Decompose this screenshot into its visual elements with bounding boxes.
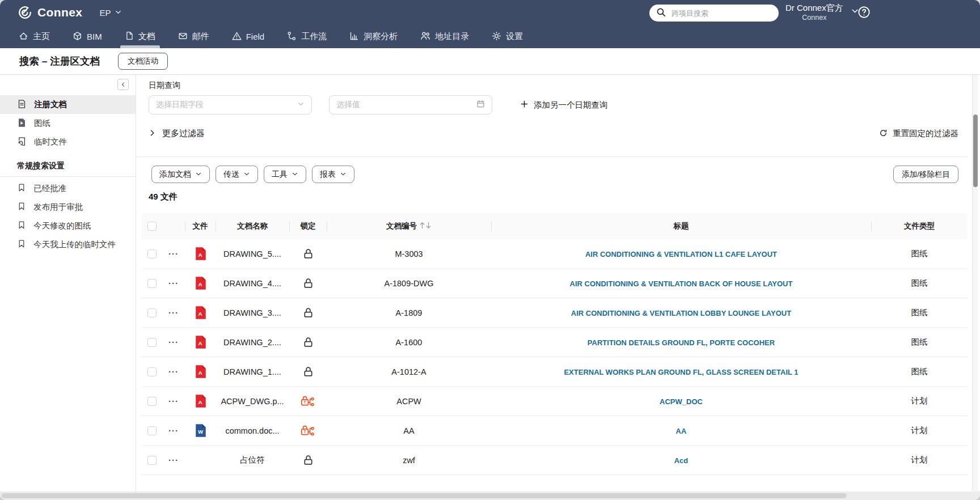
table-row[interactable]: ···ADRAWING_3....A-1809AIR CONDITIONING …	[142, 298, 968, 328]
warn-icon	[232, 31, 242, 43]
file-type: 计划	[871, 425, 968, 436]
date-field-select[interactable]: 选择日期字段	[149, 95, 312, 115]
row-menu-button[interactable]: ···	[162, 308, 185, 317]
row-menu-button[interactable]: ···	[162, 426, 185, 435]
row-checkbox[interactable]	[147, 426, 157, 435]
chevron-right-icon	[149, 129, 156, 138]
row-checkbox[interactable]	[147, 338, 157, 347]
file-type: 图纸	[871, 337, 968, 348]
add-remove-columns-button[interactable]: 添加/移除栏目	[893, 166, 958, 183]
doc-title-link[interactable]: Acd	[674, 456, 688, 465]
date-field-placeholder: 选择日期字段	[156, 100, 204, 110]
toolbar-button[interactable]: 添加文档	[151, 166, 210, 183]
file-type: 图纸	[871, 278, 968, 289]
bookmark-icon	[17, 239, 26, 250]
global-search[interactable]	[649, 5, 779, 22]
nav-item-mail[interactable]: 邮件	[178, 25, 209, 48]
col-name: 文档名称	[216, 221, 289, 231]
doc-title-link[interactable]: AIR CONDITIONING & VENTILATION L1 CAFE L…	[585, 250, 777, 259]
doc-title-link[interactable]: AIR CONDITIONING & VENTILATION LOBBY LOU…	[571, 309, 791, 317]
help-icon[interactable]	[858, 6, 871, 21]
horizontal-scrollbar-thumb[interactable]	[2, 493, 847, 498]
svg-text:W: W	[198, 429, 203, 435]
table-row[interactable]: ···ADRAWING_4....A-1809-DWGAIR CONDITION…	[142, 269, 968, 298]
date-value-placeholder: 选择值	[336, 100, 360, 110]
table-row[interactable]: ···AACPW_DWG.p...TACPWACPW_DOC计划	[142, 387, 968, 416]
sidebar-item-saved-0[interactable]: 已经批准	[0, 179, 136, 198]
nav-item-home[interactable]: 主页	[19, 25, 50, 48]
home-icon	[19, 31, 28, 43]
sidebar-item-saved-3[interactable]: 今天我上传的临时文件	[0, 235, 136, 254]
nav-item-cube[interactable]: BIM	[73, 25, 102, 48]
row-checkbox[interactable]	[147, 308, 157, 317]
row-menu-button[interactable]: ···	[162, 337, 185, 347]
row-menu-button[interactable]: ···	[162, 367, 185, 376]
row-checkbox[interactable]	[147, 397, 157, 406]
sidebar-item-saved-2[interactable]: 今天修改的图纸	[0, 217, 136, 235]
table-row[interactable]: ···ADRAWING_5....M-3003AIR CONDITIONING …	[142, 239, 968, 269]
table-header-row: 文件 文档名称 锁定 文档编号 标题 文件类型	[142, 213, 968, 239]
nav-item-gear[interactable]: 设置	[492, 25, 523, 48]
sidebar-divider	[0, 176, 136, 177]
doc-title-link[interactable]: PARTITION DETAILS GROUND FL, PORTE COCOH…	[588, 338, 775, 347]
col-file: 文件	[185, 221, 216, 231]
section-divider	[136, 156, 968, 157]
brand-name: Connex	[37, 6, 82, 19]
more-filters-toggle[interactable]: 更多过滤器	[149, 128, 205, 139]
main-content: 日期查询 选择日期字段 选择值 添加另一个日期查询 更多过滤器 重置固定的过滤器…	[136, 75, 980, 491]
search-icon	[656, 7, 666, 19]
row-menu-button[interactable]: ···	[162, 249, 185, 259]
sort-desc-icon[interactable]	[425, 221, 432, 231]
row-checkbox[interactable]	[147, 456, 157, 465]
actions-toolbar: 添加文档传送工具报表	[151, 166, 354, 183]
doc-number: ACPW	[327, 397, 491, 406]
nav-item-users[interactable]: 地址目录	[420, 25, 469, 48]
reset-icon	[879, 129, 888, 139]
vertical-scrollbar[interactable]	[972, 75, 978, 491]
doc-name: DRAWING_5....	[216, 249, 289, 259]
nav-item-warn[interactable]: Field	[232, 25, 265, 48]
row-checkbox[interactable]	[147, 279, 157, 288]
project-switcher[interactable]: EP	[99, 8, 122, 18]
row-menu-button[interactable]: ···	[162, 396, 185, 406]
doc-activity-button[interactable]: 文档活动	[118, 53, 168, 70]
doc-title-link[interactable]: AA	[676, 427, 687, 435]
table-row[interactable]: ···Wcommon.doc...TAAAA计划	[142, 416, 968, 446]
nav-item-flow[interactable]: 工作流	[287, 25, 327, 48]
file-type: 计划	[871, 455, 968, 465]
nav-item-doc[interactable]: 文档	[125, 25, 155, 48]
toolbar-button[interactable]: 报表	[312, 166, 354, 183]
pdf-file-icon: A	[185, 306, 216, 320]
row-menu-button[interactable]: ···	[162, 455, 185, 465]
table-row[interactable]: ···ADRAWING_2....A-1600PARTITION DETAILS…	[142, 328, 968, 357]
search-input[interactable]	[670, 9, 772, 18]
chevron-down-icon	[340, 170, 347, 179]
nav-item-chart[interactable]: 洞察分析	[349, 25, 398, 48]
reset-pinned-filters-button[interactable]: 重置固定的过滤器	[879, 128, 958, 139]
table-row[interactable]: ···ADRAWING_1....A-1012-AEXTERNAL WORKS …	[142, 357, 968, 387]
sidebar-collapse-button[interactable]	[117, 79, 129, 90]
connex-logo-icon[interactable]	[18, 5, 32, 20]
horizontal-scrollbar[interactable]	[0, 491, 980, 500]
sidebar-item-1[interactable]: 图纸	[0, 114, 136, 133]
vertical-scrollbar-thumb[interactable]	[973, 115, 978, 187]
add-date-query-button[interactable]: 添加另一个日期查询	[520, 100, 608, 111]
table-row[interactable]: ···占位符zwfAcd计划	[142, 446, 968, 475]
row-menu-button[interactable]: ···	[162, 278, 185, 288]
sort-controls	[419, 221, 432, 231]
sidebar-item-0[interactable]: 注册文档	[0, 95, 136, 114]
doc-title-link[interactable]: EXTERNAL WORKS PLAN GROUND FL, GLASS SCR…	[564, 368, 798, 376]
doc-title-link[interactable]: ACPW_DOC	[660, 397, 703, 406]
toolbar-button[interactable]: 工具	[264, 166, 306, 183]
doc-title-link[interactable]: AIR CONDITIONING & VENTILATION BACK OF H…	[570, 279, 793, 288]
row-checkbox[interactable]	[147, 249, 157, 259]
toolbar-button[interactable]: 传送	[216, 166, 258, 183]
doc-number: A-1012-A	[327, 367, 491, 376]
select-all-checkbox[interactable]	[147, 222, 157, 231]
sidebar-item-saved-1[interactable]: 发布用于审批	[0, 198, 136, 217]
doc-name: ACPW_DWG.p...	[216, 397, 289, 406]
row-checkbox[interactable]	[147, 367, 157, 376]
date-value-input[interactable]: 选择值	[329, 95, 492, 115]
user-menu[interactable]: Dr Connex官方 Connex	[785, 2, 859, 22]
sidebar-item-2[interactable]: 临时文件	[0, 133, 136, 151]
